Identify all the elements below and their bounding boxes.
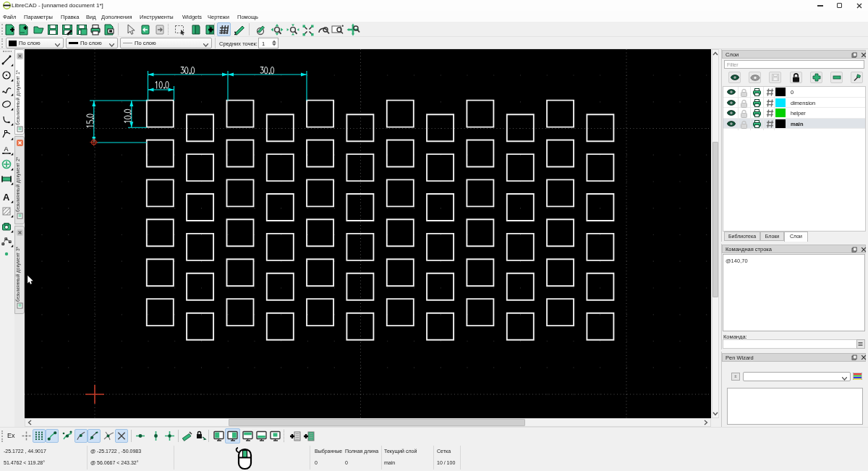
svg-text:A: A (3, 192, 10, 203)
svg-text:A: A (4, 145, 9, 153)
